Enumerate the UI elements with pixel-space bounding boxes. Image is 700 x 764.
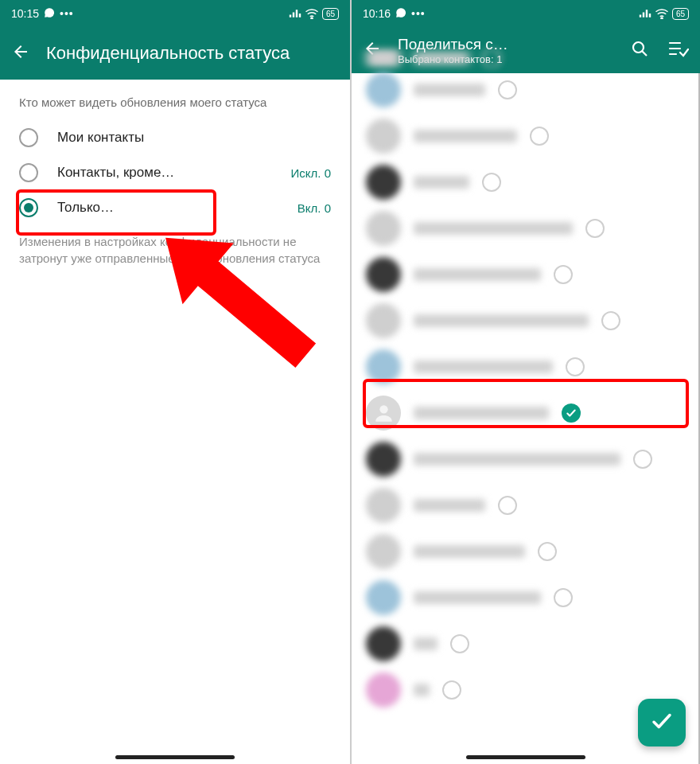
checkbox-icon[interactable] [566,357,585,376]
status-time: 10:16 [363,7,391,20]
avatar [366,580,401,615]
screen-contact-picker: 10:16 ••• 65 Поделиться с… Выбрано конта… [350,0,700,764]
avatar [366,534,401,569]
svg-point-2 [661,18,663,19]
checkbox-icon[interactable] [442,680,461,700]
contact-row[interactable] [352,436,700,482]
signal-icon [639,9,651,18]
contact-name-blurred [414,176,469,189]
footnote-text: Изменения в настройках конфиденциальност… [19,233,331,267]
page-title: Конфиденциальность статуса [46,43,290,64]
contact-name-blurred [414,361,553,373]
avatar [366,165,401,200]
checkbox-icon[interactable] [601,311,620,330]
contact-name-blurred [414,84,485,96]
status-bar: 10:15 ••• 65 [0,0,350,27]
chat-bubble-icon [44,7,55,21]
checkbox-icon[interactable] [585,219,605,238]
checkbox-icon[interactable] [498,80,517,99]
option-label: Мои контакты [57,130,331,146]
checkbox-icon[interactable] [554,588,573,607]
section-label: Кто может видеть обновления моего статус… [19,96,331,109]
checkbox-icon[interactable] [562,403,581,423]
chat-bubble-icon [395,7,406,21]
contact-name-blurred [414,268,541,281]
checkbox-icon[interactable] [498,496,517,515]
nav-pill [466,755,585,759]
option-contacts-except[interactable]: Контакты, кроме… Искл. 0 [19,155,331,190]
checkbox-icon[interactable] [530,127,549,146]
contact-name-blurred [414,130,517,142]
nav-pill [115,755,235,759]
confirm-fab[interactable] [638,699,686,746]
checkbox-icon[interactable] [450,634,469,653]
avatar [366,626,401,661]
contact-row[interactable] [352,251,700,298]
checkbox-icon[interactable] [554,265,573,284]
radio-icon [19,198,38,217]
contact-row[interactable] [352,528,700,575]
contact-row[interactable] [352,205,700,251]
avatar [366,257,401,292]
checkbox-icon[interactable] [482,49,501,67]
option-label: Только… [57,200,278,216]
avatar [366,349,401,384]
avatar [366,72,401,107]
avatar [366,303,401,338]
avatar [366,442,401,477]
wifi-icon [655,8,669,19]
checkbox-icon[interactable] [482,173,501,192]
svg-point-0 [311,18,313,19]
avatar [366,488,401,523]
status-time: 10:15 [11,7,39,20]
checkbox-icon[interactable] [633,450,652,469]
battery-icon: 65 [322,8,339,20]
avatar [366,672,401,707]
contact-name-blurred [414,52,469,64]
option-my-contacts[interactable]: Мои контакты [19,120,331,155]
more-icon: ••• [60,7,74,20]
contact-row[interactable] [352,575,700,621]
contact-row[interactable] [352,621,700,667]
option-right-text: Искл. 0 [291,166,331,180]
avatar [366,49,401,67]
contact-row[interactable] [352,113,700,159]
more-icon: ••• [411,7,426,20]
option-only-share-with[interactable]: Только… Вкл. 0 [19,190,331,225]
checkbox-icon[interactable] [538,542,557,561]
check-icon [650,709,674,736]
contact-name-blurred [414,453,620,466]
contact-name-blurred [414,637,438,650]
option-right-text: Вкл. 0 [298,201,331,215]
radio-icon [19,163,38,182]
wifi-icon [305,8,319,19]
contact-name-blurred [414,407,549,419]
contact-name-blurred [414,545,525,558]
contact-name-blurred [414,222,573,235]
battery-icon: 65 [672,8,689,20]
back-arrow-icon[interactable] [11,42,30,64]
content: Кто может видеть обновления моего статус… [0,80,350,283]
status-bar: 10:16 ••• 65 [352,0,700,27]
contact-name-blurred [414,314,589,327]
option-label: Контакты, кроме… [57,165,272,181]
contact-name-blurred [414,684,430,696]
radio-icon [19,128,38,147]
contact-row[interactable] [352,298,700,344]
contact-name-blurred [414,499,485,512]
signal-icon [289,9,301,18]
avatar [366,211,401,246]
contact-row[interactable] [352,49,700,67]
avatar [366,396,401,431]
contact-row[interactable] [352,482,700,528]
contact-row[interactable] [352,67,700,113]
contact-list[interactable] [352,67,700,713]
contact-row[interactable] [352,390,700,436]
contact-name-blurred [414,591,541,604]
app-bar: Конфиденциальность статуса [0,27,350,80]
contact-row[interactable] [352,159,700,205]
avatar [366,119,401,154]
screen-privacy: 10:15 ••• 65 Конфиденциальность статуса … [0,0,350,764]
contact-row[interactable] [352,344,700,390]
